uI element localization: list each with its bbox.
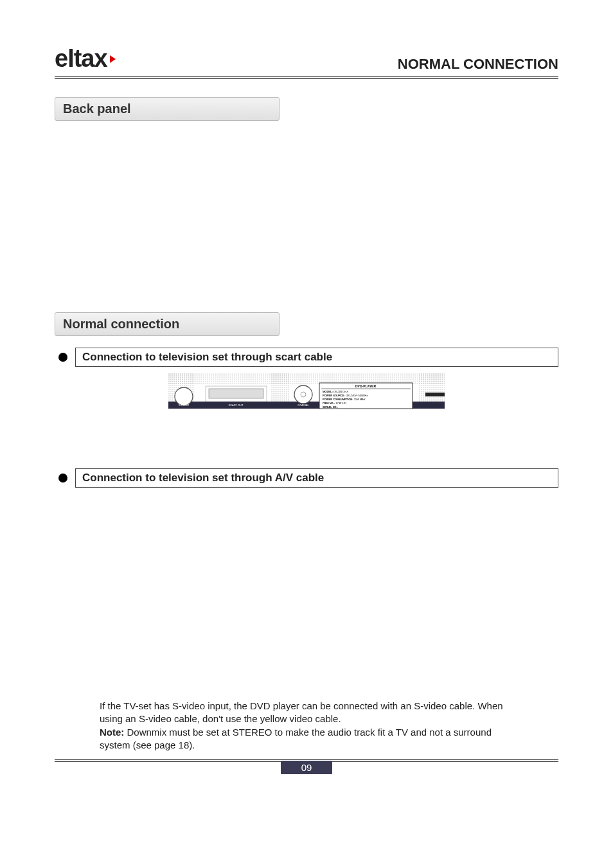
plate-serial-label: SERIAL NO.: [323,405,338,409]
subsection-av: Connection to television set through A/V… [55,468,558,488]
svg-point-11 [301,392,306,397]
bullet-icon [58,474,67,483]
brand-logo: eltax [55,45,116,73]
plate-model-label: MODEL: [323,390,333,393]
svg-text:ITEM NO.: 17307-01: ITEM NO.: 17307-01 [323,402,347,405]
page-header: eltax NORMAL CONNECTION [55,45,558,79]
page-number: 09 [281,761,332,774]
plate-item-value: 17307-01 [335,402,347,405]
label-svideo: S-VIDEO [179,403,189,407]
subsection-scart: Connection to television set through sca… [55,348,558,367]
label-scart-out: SCART OUT [229,403,244,407]
svideo-sentence: If the TV-set has S-video input, the DVD… [100,700,503,724]
svideo-paragraph: If the TV-set has S-video input, the DVD… [100,700,513,752]
plate-model-value: DV-200 DivX [333,390,348,393]
plate-consumption-value: 25W MAX [354,398,366,401]
av-diagram-area [55,494,558,700]
plate-consumption-label: POWER CONSUMPTION: [323,398,353,401]
brand-text: eltax [55,45,107,73]
bullet-icon [58,353,67,362]
label-coaxial: COAXIAL [298,403,309,407]
scart-panel-illustration: S-VIDEO SCART OUT COAXIAL DVD-PLAYER MOD… [55,373,558,418]
plate-power-value: 100-240V~50/60Hz [346,394,368,397]
note-label: Note: [100,727,124,738]
back-panel-diagram-area [55,132,558,306]
svg-rect-9 [209,389,263,398]
svg-point-7 [175,387,193,405]
subsection-scart-title: Connection to television set through sca… [75,348,558,367]
svg-text:POWER CONSUMPTION: 25W MAX: POWER CONSUMPTION: 25W MAX [323,398,366,401]
brand-triangle-icon [110,55,116,63]
note-text: Downmix must be set at STEREO to make th… [100,727,492,750]
svg-text:MODEL: DV-200 DivX: MODEL: DV-200 DivX [323,390,348,393]
section-back-panel: Back panel [55,97,280,121]
section-normal-connection: Normal connection [55,312,280,336]
subsection-av-title: Connection to television set through A/V… [75,468,558,488]
svg-text:POWER SOURCE: 100-240V~50/60Hz: POWER SOURCE: 100-240V~50/60Hz [323,394,368,397]
page-title: NORMAL CONNECTION [398,56,558,73]
plate-item-label: ITEM NO.: [323,402,335,405]
plate-power-label: POWER SOURCE: [323,394,345,397]
svg-rect-19 [425,393,445,396]
plate-title: DVD-PLAYER [355,384,376,388]
dvd-back-panel-svg: S-VIDEO SCART OUT COAXIAL DVD-PLAYER MOD… [168,373,445,418]
svg-text:SERIAL NO.:: SERIAL NO.: [323,405,338,409]
